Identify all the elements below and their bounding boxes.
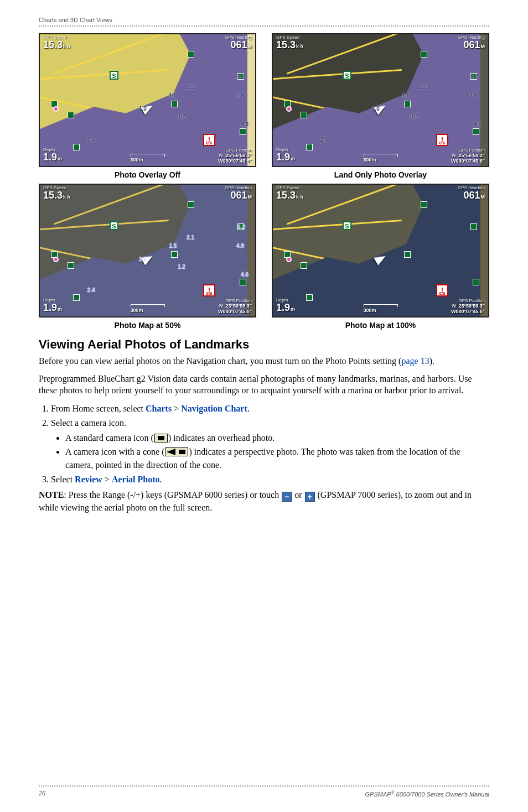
body-paragraph: Preprogrammed BlueChart g2 Vision data c… <box>39 373 489 397</box>
menu-item-review: Review <box>75 475 102 484</box>
manual-title: GPSMAP® 6000/7000 Series Owner's Manual <box>365 790 489 798</box>
figure-caption: Photo Overlay Off <box>39 170 256 179</box>
section-title: Charts and 3D Chart Views <box>39 17 112 23</box>
menu-item-navigation-chart: Navigation Chart <box>181 404 247 413</box>
figure-photo-100: 0.6 GPS Speed15.3k h GPS Heading061M Dep… <box>272 184 489 330</box>
step-2b: A camera icon with a cone () indicates a… <box>65 445 489 471</box>
page-header: Charts and 3D Chart Views <box>39 17 489 27</box>
figure-caption: Land Only Photo Overlay <box>272 170 489 179</box>
note-paragraph: NOTE: Press the Range (-/+) keys (GPSMAP… <box>39 489 489 514</box>
hazard-marker: 0.6 <box>436 134 448 146</box>
chart-screenshot: 0.6 1.01.51.22.42.14.95.24.6 GPS Speed 1… <box>39 33 256 167</box>
scale-bar: 300m <box>131 154 165 163</box>
chart-screenshot: 0.6 GPS Speed15.3k h GPS Heading061M Dep… <box>272 184 489 317</box>
figure-photo-50: 0.6 1.01.51.22.42.14.95.24.6 GPS Speed15… <box>39 184 256 330</box>
figure-land-only: 0.6 1.01.51.22.42.14.95.24.6 GPS Speed15… <box>272 33 489 179</box>
depth-readout: Depth 1.9m <box>43 148 62 164</box>
menu-item-aerial-photo: Aerial Photo <box>112 475 160 484</box>
page-footer: 26 GPSMAP® 6000/7000 Series Owner's Manu… <box>39 785 489 798</box>
chart-screenshot: 0.6 1.01.51.22.42.14.95.24.6 GPS Speed15… <box>39 184 256 317</box>
zoom-out-icon: − <box>282 492 292 502</box>
step-2a: A standard camera icon () indicates an o… <box>65 431 489 444</box>
menu-item-charts: Charts <box>146 404 172 413</box>
figure-caption: Photo Map at 100% <box>272 321 489 330</box>
chart-screenshot: 0.6 1.01.51.22.42.14.95.24.6 GPS Speed15… <box>272 33 489 167</box>
gps-speed-readout: GPS Speed 15.3k h <box>43 35 70 51</box>
step-3: Select Review > Aerial Photo. <box>51 473 489 486</box>
figure-grid: 0.6 1.01.51.22.42.14.95.24.6 GPS Speed 1… <box>39 33 489 330</box>
gps-heading-readout: GPS Heading 061M <box>225 35 252 51</box>
figure-caption: Photo Map at 50% <box>39 321 256 330</box>
section-heading: Viewing Aerial Photos of Landmarks <box>39 337 489 352</box>
intro-paragraph: Before you can view aerial photos on the… <box>39 355 489 367</box>
zoom-in-icon: + <box>305 492 315 502</box>
figure-overlay-off: 0.6 1.01.51.22.42.14.95.24.6 GPS Speed 1… <box>39 33 256 179</box>
gps-position-readout: GPS Position N 25°56'58.3" W080°07'45.6" <box>218 148 252 164</box>
step-1: From Home screen, select Charts > Naviga… <box>51 402 489 415</box>
page-ref-link[interactable]: page 13 <box>401 356 429 366</box>
step-2: Select a camera icon. A standard camera … <box>51 417 489 471</box>
camera-cone-icon <box>165 447 188 456</box>
camera-icon <box>154 434 168 443</box>
page-number: 26 <box>39 790 45 798</box>
hazard-marker: 0.6 <box>203 134 215 146</box>
procedure-steps: From Home screen, select Charts > Naviga… <box>39 402 489 486</box>
